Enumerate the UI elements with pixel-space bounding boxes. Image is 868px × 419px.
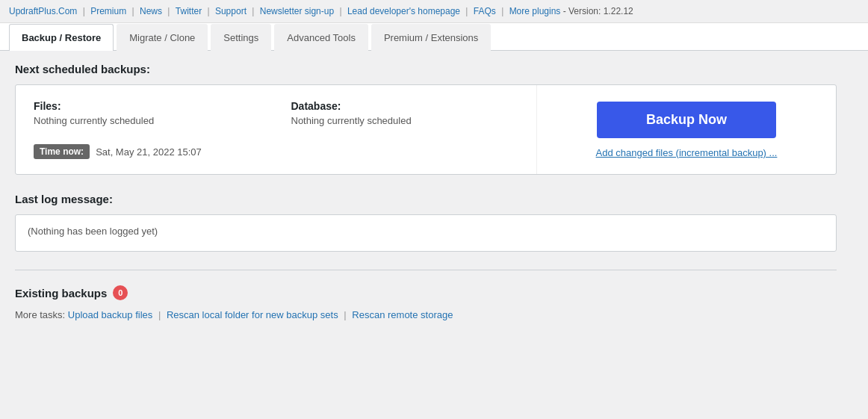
topbar-link-more-plugins[interactable]: More plugins [509,6,561,16]
database-col: Database: Nothing currently scheduled [291,100,519,138]
tab-advanced-tools[interactable]: Advanced Tools [274,24,368,51]
database-value: Nothing currently scheduled [291,115,519,126]
sep-3: | [205,6,212,16]
sep-7: | [499,6,506,16]
upload-backup-files-link[interactable]: Upload backup files [68,309,152,320]
topbar-link-premium[interactable]: Premium [90,6,126,16]
log-box: (Nothing has been logged yet) [15,214,837,252]
tab-migrate-clone[interactable]: Migrate / Clone [117,24,208,51]
scheduled-backups-box: Files: Nothing currently scheduled Datab… [15,84,837,175]
topbar-link-news[interactable]: News [140,6,162,16]
more-tasks-sep-1: | [341,309,350,320]
tab-settings[interactable]: Settings [211,24,271,51]
log-section: Last log message: (Nothing has been logg… [15,193,837,252]
sep-0: | [80,6,87,16]
main-content: Next scheduled backups: Files: Nothing c… [0,51,852,332]
incremental-backup-link[interactable]: Add changed files (incremental backup) .… [596,147,778,158]
topbar-link-lead-dev[interactable]: Lead developer's homepage [347,6,460,16]
existing-backups-title-text: Existing backups [15,287,107,299]
existing-backups-header: Existing backups 0 [15,285,837,300]
log-section-title: Last log message: [15,193,837,205]
sep-5: | [337,6,344,16]
database-label: Database: [291,100,519,112]
files-label: Files: [34,100,261,112]
topbar-link-twitter[interactable]: Twitter [176,6,202,16]
sep-2: | [165,6,173,16]
more-tasks-sep-0: | [155,309,164,320]
version-text: - Version: 1.22.12 [560,6,633,16]
more-tasks-label: More tasks: [15,309,65,320]
time-now-badge: Time now: [34,144,90,159]
sep-1: | [129,6,137,16]
tab-premium-extensions[interactable]: Premium / Extensions [371,24,491,51]
tabs-bar: Backup / Restore Migrate / Clone Setting… [0,23,868,51]
files-value: Nothing currently scheduled [34,115,261,126]
files-col: Files: Nothing currently scheduled [34,100,261,138]
backup-fields: Files: Nothing currently scheduled Datab… [34,100,518,138]
tab-backup-restore[interactable]: Backup / Restore [9,24,114,51]
sep-4: | [249,6,257,16]
sep-6: | [463,6,471,16]
time-row: Time now: Sat, May 21, 2022 15:07 [34,144,518,159]
backup-box-right: Backup Now Add changed files (incrementa… [537,85,836,174]
topbar-link-faqs[interactable]: FAQs [474,6,496,16]
existing-backups-count-badge: 0 [113,285,128,300]
topbar-link-newsletter[interactable]: Newsletter sign-up [260,6,334,16]
backup-now-button[interactable]: Backup Now [597,102,776,138]
backup-box-left: Files: Nothing currently scheduled Datab… [16,85,537,174]
more-tasks: More tasks: Upload backup files | Rescan… [15,309,837,320]
rescan-remote-storage-link[interactable]: Rescan remote storage [352,309,453,320]
time-now-value: Sat, May 21, 2022 15:07 [96,146,202,158]
rescan-local-folder-link[interactable]: Rescan local folder for new backup sets [167,309,338,320]
divider [15,270,837,270]
scheduled-backups-title: Next scheduled backups: [15,63,837,75]
log-text: (Nothing has been logged yet) [28,226,158,237]
topbar-link-updraftplus[interactable]: UpdraftPlus.Com [9,6,77,16]
top-bar: UpdraftPlus.Com | Premium | News | Twitt… [0,0,868,23]
topbar-link-support[interactable]: Support [215,6,247,16]
